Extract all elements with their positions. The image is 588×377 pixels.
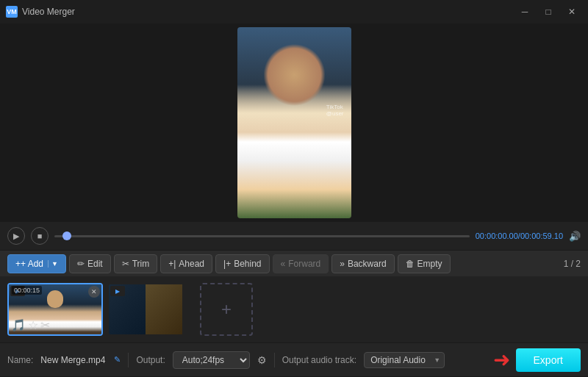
- toolbar: + + Add ▼ ✏ Edit ✂ Trim +| Ahead |+ Behi…: [0, 250, 588, 276]
- forward-label: Forward: [288, 259, 320, 269]
- titlebar-left: VM Video Merger: [6, 6, 75, 18]
- clip2-thumb-right: [146, 284, 182, 334]
- titlebar-controls: ─ □ ✕: [514, 4, 582, 19]
- add-clip-button[interactable]: +: [200, 283, 253, 336]
- bottom-bar: Name: New Merge.mp4 ✎ Output: Auto;24fps…: [0, 342, 588, 376]
- trim-icon: ✂: [122, 259, 129, 269]
- tiktok-watermark: TikTok@user: [326, 104, 344, 117]
- play-button[interactable]: ▶: [7, 227, 25, 245]
- add-icon: +: [15, 259, 21, 269]
- preview-area: TikTok@user: [0, 24, 588, 222]
- export-button[interactable]: Export: [516, 348, 581, 372]
- add-label: + Add: [21, 259, 43, 269]
- audio-track-select[interactable]: Original Audio No Audio: [364, 352, 445, 368]
- add-dropdown-icon: ▼: [48, 260, 58, 268]
- empty-label: Empty: [417, 259, 442, 269]
- behind-icon: |+: [223, 259, 231, 269]
- export-arrow-icon: ➜: [493, 350, 510, 370]
- record-badge-2: ▶: [110, 286, 125, 296]
- trim-button[interactable]: ✂ Trim: [114, 254, 158, 273]
- clip-item-1[interactable]: ▶ 00:00:15 🎵 ☆ ✂ ✕: [7, 283, 103, 336]
- separator-1: [128, 353, 129, 367]
- app-title: Video Merger: [22, 7, 75, 17]
- star-icon: ☆: [28, 318, 38, 332]
- clip-time-1: 00:00:15: [12, 286, 42, 295]
- behind-button[interactable]: |+ Behind: [215, 254, 270, 273]
- behind-label: Behind: [234, 259, 261, 269]
- clip-item-2[interactable]: ▶: [107, 283, 196, 336]
- name-label: Name:: [7, 355, 33, 365]
- filename-value: New Merge.mp4: [40, 355, 105, 365]
- progress-handle[interactable]: [62, 231, 71, 240]
- trash-icon: 🗑: [406, 259, 415, 269]
- settings-gear-icon[interactable]: ⚙: [257, 354, 267, 366]
- name-edit-icon[interactable]: ✎: [114, 355, 121, 365]
- edit-label: Edit: [87, 259, 103, 269]
- audio-label: Output audio track:: [282, 355, 356, 365]
- app-icon: VM: [6, 6, 18, 18]
- add-button[interactable]: + + Add ▼: [7, 254, 66, 273]
- progress-bar[interactable]: [54, 235, 470, 237]
- output-select[interactable]: Auto;24fps 1080p;30fps 720p;30fps: [173, 351, 250, 369]
- timeline: ▶ 00:00:15 🎵 ☆ ✂ ✕ ▶ +: [0, 276, 588, 342]
- backward-button[interactable]: » Backward: [331, 254, 394, 273]
- titlebar: VM Video Merger ─ □ ✕: [0, 0, 588, 24]
- audio-icon: 🎵: [11, 318, 26, 332]
- trim-label: Trim: [132, 259, 150, 269]
- close-button[interactable]: ✕: [562, 4, 582, 19]
- backward-label: Backward: [348, 259, 387, 269]
- export-area: ➜ Export: [493, 348, 581, 372]
- backward-icon: »: [340, 259, 345, 269]
- playback-bar: ▶ ■ 00:00:00.00/00:00:59.10 🔊: [0, 222, 588, 250]
- audio-select-wrapper: Original Audio No Audio ▼: [364, 352, 445, 368]
- video-preview: TikTok@user: [237, 27, 351, 218]
- clip-icons-1: 🎵 ☆ ✂: [11, 318, 50, 332]
- output-label: Output:: [136, 355, 165, 365]
- time-display: 00:00:00.00/00:00:59.10: [476, 231, 563, 240]
- scissors-icon: ✂: [40, 318, 50, 332]
- volume-icon[interactable]: 🔊: [569, 231, 581, 242]
- maximize-button[interactable]: □: [538, 4, 559, 19]
- minimize-button[interactable]: ─: [514, 4, 535, 19]
- person-overlay: [237, 27, 351, 218]
- forward-icon: «: [281, 259, 286, 269]
- clip-delete-1[interactable]: ✕: [88, 286, 100, 298]
- forward-button[interactable]: « Forward: [273, 254, 329, 273]
- separator-2: [274, 353, 275, 367]
- edit-button[interactable]: ✏ Edit: [69, 254, 111, 273]
- page-indicator: 1 / 2: [564, 259, 581, 269]
- ahead-label: Ahead: [179, 259, 204, 269]
- edit-icon: ✏: [77, 259, 85, 269]
- ahead-button[interactable]: +| Ahead: [160, 254, 212, 273]
- empty-button[interactable]: 🗑 Empty: [398, 254, 451, 273]
- ahead-icon: +|: [168, 259, 176, 269]
- stop-button[interactable]: ■: [31, 227, 49, 245]
